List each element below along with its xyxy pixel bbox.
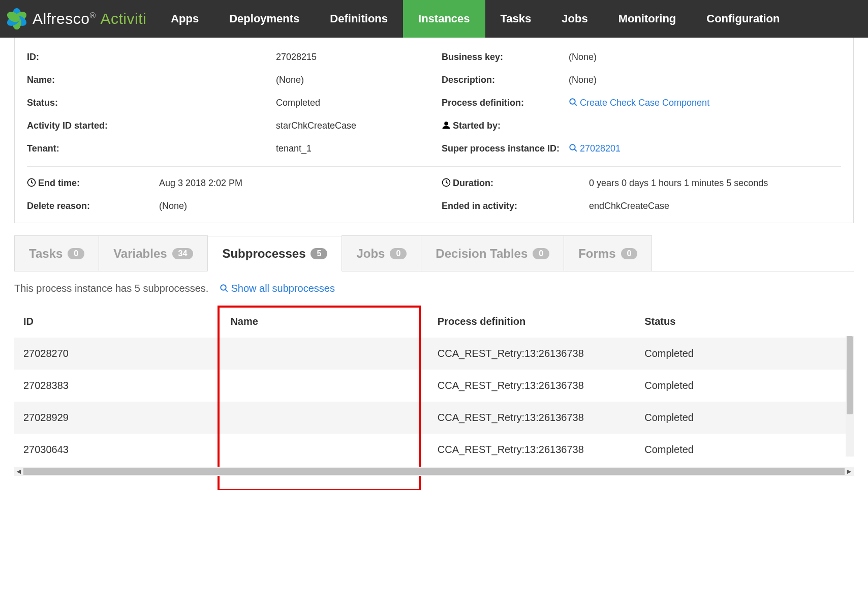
cell-name <box>221 338 428 370</box>
activity-id-started-value: starChkCreateCase <box>276 120 356 131</box>
table-row[interactable]: 27028270 CCA_REST_Retry:13:26136738 Comp… <box>14 338 853 370</box>
nav-item-tasks[interactable]: Tasks <box>485 0 547 38</box>
nav-item-jobs[interactable]: Jobs <box>546 0 603 38</box>
nav-item-instances[interactable]: Instances <box>403 0 485 38</box>
tab-badge: 5 <box>311 248 327 259</box>
scroll-left-icon[interactable]: ◄ <box>15 468 22 475</box>
business-key-label: Business key: <box>442 52 569 63</box>
user-icon <box>442 120 453 131</box>
cell-id: 27028383 <box>14 370 221 402</box>
started-by-label: Started by: <box>442 120 569 131</box>
vertical-scrollbar[interactable] <box>846 336 854 457</box>
table-row[interactable]: 27030643 CCA_REST_Retry:13:26136738 Comp… <box>14 434 853 466</box>
separator <box>27 166 841 167</box>
svg-line-8 <box>574 103 577 106</box>
tab-badge: 34 <box>172 248 194 259</box>
magnifier-icon <box>220 283 231 294</box>
tab-badge: 0 <box>621 248 638 259</box>
process-definition-label: Process definition: <box>442 98 569 108</box>
svg-line-11 <box>574 149 577 152</box>
subprocess-table: ID Name Process definition Status 270282… <box>14 306 853 466</box>
ended-in-activity-value: endChkCreateCase <box>589 201 841 211</box>
delete-reason-label: Delete reason: <box>27 201 159 211</box>
svg-point-9 <box>444 122 448 126</box>
status-value: Completed <box>276 98 320 108</box>
top-navbar: Alfresco® Activiti Apps Deployments Defi… <box>0 0 868 38</box>
cell-status: Completed <box>635 434 853 466</box>
col-header-name[interactable]: Name <box>221 306 428 338</box>
nav-item-deployments[interactable]: Deployments <box>214 0 315 38</box>
magnifier-icon <box>569 98 580 108</box>
nav-item-monitoring[interactable]: Monitoring <box>603 0 692 38</box>
cell-pdef: CCA_REST_Retry:13:26136738 <box>428 338 635 370</box>
cell-name <box>221 434 428 466</box>
clock-icon <box>442 178 453 188</box>
tenant-value: tenant_1 <box>276 143 312 154</box>
id-label: ID: <box>27 52 276 63</box>
super-process-link[interactable]: 27028201 <box>569 143 621 154</box>
cell-pdef: CCA_REST_Retry:13:26136738 <box>428 434 635 466</box>
cell-status: Completed <box>635 402 853 434</box>
tenant-label: Tenant: <box>27 143 276 154</box>
status-label: Status: <box>27 98 276 108</box>
tab-tasks[interactable]: Tasks0 <box>14 235 99 271</box>
col-header-id[interactable]: ID <box>14 306 221 338</box>
cell-id: 27028270 <box>14 338 221 370</box>
duration-label: Duration: <box>442 178 589 189</box>
clock-icon <box>27 178 38 188</box>
scroll-right-icon[interactable]: ► <box>846 468 853 475</box>
ended-in-activity-label: Ended in activity: <box>442 201 589 211</box>
magnifier-icon <box>569 143 580 154</box>
table-row[interactable]: 27028929 CCA_REST_Retry:13:26136738 Comp… <box>14 402 853 434</box>
instance-details-panel: ID:27028215 Name:(None) Status:Completed… <box>14 38 854 223</box>
cell-id: 27028929 <box>14 402 221 434</box>
duration-value: 0 years 0 days 1 hours 1 minutes 5 secon… <box>589 178 841 189</box>
description-value: (None) <box>569 75 597 85</box>
svg-point-14 <box>221 285 227 290</box>
brand-text: Alfresco® Activiti <box>33 10 146 27</box>
nav-item-definitions[interactable]: Definitions <box>315 0 403 38</box>
nav-item-apps[interactable]: Apps <box>156 0 214 38</box>
business-key-value: (None) <box>569 52 597 63</box>
tab-jobs[interactable]: Jobs0 <box>342 235 421 271</box>
description-label: Description: <box>442 75 569 85</box>
svg-line-15 <box>226 289 228 292</box>
tab-forms[interactable]: Forms0 <box>564 235 652 271</box>
alfresco-logo-icon <box>5 7 28 31</box>
instance-tabs: Tasks0 Variables34 Subprocesses5 Jobs0 D… <box>14 235 854 271</box>
svg-point-10 <box>570 144 575 150</box>
tab-variables[interactable]: Variables34 <box>99 235 208 271</box>
end-time-label: End time: <box>27 178 159 189</box>
super-process-label: Super process instance ID: <box>442 143 569 154</box>
svg-point-7 <box>570 99 575 104</box>
name-label: Name: <box>27 75 276 85</box>
nav-item-configuration[interactable]: Configuration <box>691 0 795 38</box>
id-value: 27028215 <box>276 52 317 63</box>
cell-status: Completed <box>635 370 853 402</box>
cell-pdef: CCA_REST_Retry:13:26136738 <box>428 370 635 402</box>
tab-badge: 0 <box>533 248 549 259</box>
cell-id: 27030643 <box>14 434 221 466</box>
col-header-process-definition[interactable]: Process definition <box>428 306 635 338</box>
subprocesses-pane: This process instance has 5 subprocesses… <box>14 271 854 476</box>
tab-badge: 0 <box>390 248 407 259</box>
subprocess-table-scroll[interactable]: ID Name Process definition Status 270282… <box>14 306 854 466</box>
table-row[interactable]: 27028383 CCA_REST_Retry:13:26136738 Comp… <box>14 370 853 402</box>
show-all-subprocesses-link[interactable]: Show all subprocesses <box>220 283 335 294</box>
cell-pdef: CCA_REST_Retry:13:26136738 <box>428 402 635 434</box>
activity-id-started-label: Activity ID started: <box>27 120 276 131</box>
tab-subprocesses[interactable]: Subprocesses5 <box>207 236 342 271</box>
process-definition-link[interactable]: Create Check Case Component <box>569 98 709 108</box>
end-time-value: Aug 3 2018 2:02 PM <box>159 178 426 189</box>
horizontal-scrollbar[interactable]: ◄ ► <box>14 467 854 476</box>
name-value: (None) <box>276 75 304 85</box>
cell-status: Completed <box>635 338 853 370</box>
subprocess-summary: This process instance has 5 subprocesses… <box>14 283 208 294</box>
delete-reason-value: (None) <box>159 201 426 211</box>
tab-decision-tables[interactable]: Decision Tables0 <box>421 235 564 271</box>
tab-badge: 0 <box>68 248 84 259</box>
brand[interactable]: Alfresco® Activiti <box>0 0 156 38</box>
nav-items: Apps Deployments Definitions Instances T… <box>156 0 868 38</box>
col-header-status[interactable]: Status <box>635 306 853 338</box>
cell-name <box>221 402 428 434</box>
